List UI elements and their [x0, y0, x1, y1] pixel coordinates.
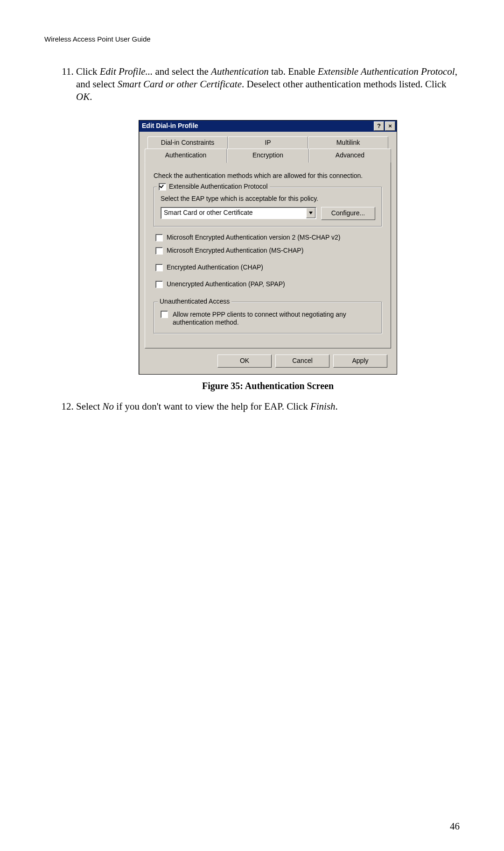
- auth-method-label: Microsoft Encrypted Authentication versi…: [167, 234, 340, 242]
- auth-method-label: Encrypted Authentication (CHAP): [167, 263, 263, 272]
- auth-method-list: Microsoft Encrypted Authentication versi…: [155, 234, 382, 289]
- text: .: [90, 91, 92, 102]
- pap-spap-checkbox[interactable]: [155, 281, 163, 288]
- page-number: 46: [450, 821, 460, 832]
- edit-dialin-profile-dialog: Edit Dial-in Profile ? × Dial-in Constra…: [139, 120, 397, 375]
- text: . Deselect other authentication methods …: [242, 78, 447, 90]
- text-italic: Extensible Authentication Protocol: [318, 66, 455, 77]
- ok-button[interactable]: OK: [217, 355, 272, 368]
- tab-panel-authentication: Check the authentication methods which a…: [145, 162, 391, 348]
- list-item: Click Edit Profile... and select the Aut…: [76, 65, 460, 392]
- text: .: [336, 401, 338, 412]
- mschap-checkbox[interactable]: [155, 247, 163, 255]
- eap-type-select[interactable]: Smart Card or other Certificate: [161, 207, 316, 219]
- tab-advanced[interactable]: Advanced: [309, 149, 391, 163]
- unauth-message: Allow remote PPP clients to connect with…: [173, 311, 375, 327]
- auth-method-row: Unencrypted Authentication (PAP, SPAP): [155, 280, 382, 289]
- configure-button[interactable]: Configure...: [321, 207, 375, 220]
- text: tab. Enable: [269, 66, 318, 77]
- intro-text: Check the authentication methods which a…: [154, 172, 382, 180]
- mschapv2-checkbox[interactable]: [155, 234, 163, 241]
- figure-caption: Figure 35: Authentication Screen: [76, 380, 460, 392]
- eap-group-label: Extensible Authentication Protocol: [169, 183, 268, 191]
- list-item: Select No if you don't want to view the …: [76, 400, 460, 413]
- tabs-front-row: Authentication Encryption Advanced: [145, 149, 391, 163]
- auth-method-row: Microsoft Encrypted Authentication (MS-C…: [155, 247, 382, 255]
- text-italic: Authentication: [211, 66, 269, 77]
- dialog-titlebar: Edit Dial-in Profile ? ×: [139, 121, 397, 132]
- text: and select the: [153, 66, 211, 77]
- eap-select-value: Smart Card or other Certificate: [164, 209, 253, 217]
- svg-marker-0: [309, 212, 313, 214]
- text: if you don't want to view the help for E…: [114, 401, 310, 412]
- cancel-button[interactable]: Cancel: [275, 355, 329, 368]
- text-italic: Edit Profile...: [100, 66, 153, 77]
- auth-method-row: Microsoft Encrypted Authentication versi…: [155, 234, 382, 242]
- running-header: Wireless Access Point User Guide: [44, 35, 460, 43]
- text: Select: [76, 401, 103, 412]
- text-italic: Finish: [310, 401, 336, 412]
- eap-subtext: Select the EAP type which is acceptable …: [161, 195, 375, 203]
- unauth-checkbox[interactable]: [161, 311, 168, 318]
- auth-method-label: Unencrypted Authentication (PAP, SPAP): [167, 280, 285, 289]
- tab-encryption[interactable]: Encryption: [227, 149, 309, 163]
- apply-button[interactable]: Apply: [333, 355, 387, 368]
- auth-method-label: Microsoft Encrypted Authentication (MS-C…: [167, 247, 303, 255]
- close-button[interactable]: ×: [385, 121, 395, 131]
- text-italic: OK: [76, 91, 90, 102]
- tab-authentication[interactable]: Authentication: [145, 149, 227, 163]
- text: Click: [76, 66, 100, 77]
- dialog-title: Edit Dial-in Profile: [142, 122, 198, 130]
- auth-method-row: Encrypted Authentication (CHAP): [155, 263, 382, 272]
- eap-groupbox: Extensible Authentication Protocol Selec…: [154, 187, 382, 227]
- tab-dialin-constraints[interactable]: Dial-in Constraints: [147, 136, 228, 149]
- eap-checkbox[interactable]: [159, 183, 166, 191]
- text-italic: Smart Card or other Certificate: [118, 78, 242, 90]
- help-button[interactable]: ?: [374, 121, 384, 131]
- chevron-down-icon: [306, 208, 315, 218]
- tabs-back-row: Dial-in Constraints IP Multilink: [147, 136, 388, 149]
- text-italic: No: [103, 401, 114, 412]
- chap-checkbox[interactable]: [155, 264, 163, 271]
- tab-multilink[interactable]: Multilink: [308, 136, 388, 149]
- unauth-title: Unauthenticated Access: [160, 298, 230, 306]
- instruction-list: Click Edit Profile... and select the Aut…: [44, 65, 460, 413]
- dialog-button-row: OK Cancel Apply: [145, 349, 391, 368]
- tab-ip[interactable]: IP: [228, 136, 308, 149]
- unauthenticated-groupbox: Unauthenticated Access Allow remote PPP …: [154, 302, 382, 334]
